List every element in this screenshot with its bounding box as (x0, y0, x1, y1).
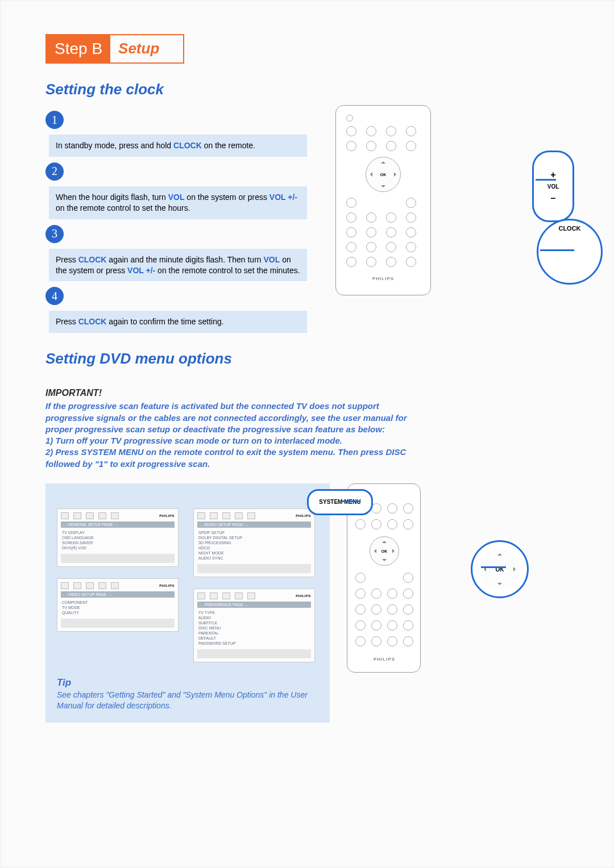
remote-diagram-top: OK (335, 105, 551, 333)
step-3-text: Press CLOCK again and the minute digits … (49, 249, 307, 282)
step-sub: Setup (110, 35, 167, 62)
remote-button (371, 589, 381, 599)
remote-button (387, 589, 397, 599)
remote-button (403, 519, 413, 529)
callout-vol: + VOL – (532, 151, 574, 222)
callout-ok: OK (471, 540, 529, 598)
menu-video: PHILIPS - - VIDEO SETUP PAGE - - COMPONE… (57, 578, 179, 632)
arrow-right-icon (394, 172, 399, 177)
callout-line (536, 179, 556, 181)
dpad: OK (480, 549, 520, 589)
important-block: IMPORTANT! If the progressive scan featu… (45, 388, 409, 470)
menus-container: PHILIPS - - GENERAL SETUP PAGE - - TV DI… (45, 483, 330, 723)
menu-preference: PHILIPS - - PREFERENCE PAGE - - TV TYPE … (193, 589, 315, 662)
remote-button (386, 242, 396, 252)
menu-audio: PHILIPS - - AUDIO SETUP PAGE - - SPDIF S… (193, 508, 315, 577)
step-label: Step B (47, 35, 110, 62)
clock-label: CLOCK (558, 225, 580, 232)
tab-icon (222, 512, 230, 519)
tab-icon (197, 512, 205, 519)
tab-icon (111, 582, 119, 589)
remote-button (406, 212, 416, 223)
tab-icon (86, 512, 94, 519)
step-3: 3 (45, 225, 318, 243)
step-4: 4 (45, 287, 318, 305)
remote-button (346, 198, 356, 208)
remote-button (366, 212, 376, 223)
tab-icon (73, 512, 81, 519)
callout-line (341, 500, 360, 502)
vol-minus: – (551, 190, 556, 207)
arrow-up-icon (382, 539, 387, 543)
remote-button (346, 212, 356, 223)
remote-button (346, 257, 356, 267)
tip-title: Tip (57, 677, 318, 688)
dpad: OK (370, 536, 399, 566)
tab-icon (210, 592, 218, 599)
remote-button (406, 126, 416, 136)
remote-button (406, 227, 416, 237)
remote-button (366, 126, 376, 136)
step-2: 2 (45, 162, 318, 181)
tab-icon (235, 512, 243, 519)
step-number: 3 (45, 225, 64, 243)
brand-label: PHILIPS (346, 276, 420, 281)
vol-label: VOL (547, 183, 559, 190)
remote-button (403, 503, 413, 514)
callout-line (481, 566, 506, 568)
remote-diagram-bottom: OK (347, 483, 495, 673)
ok-label: OK (381, 549, 388, 553)
remote-button (366, 227, 376, 237)
callout-line (540, 249, 574, 251)
tab-icon (210, 512, 218, 519)
remote-button (371, 604, 381, 615)
remote-button (406, 242, 416, 252)
tab-icon (61, 582, 69, 589)
remote-button (371, 620, 381, 631)
remote-button (346, 227, 356, 237)
tab-icon (98, 582, 106, 589)
lower-layout: PHILIPS - - GENERAL SETUP PAGE - - TV DI… (45, 483, 569, 723)
remote-button (366, 242, 376, 252)
remote-button (346, 115, 353, 122)
remote-button (346, 141, 356, 151)
step-4-text: Press CLOCK again to confirm the time se… (49, 311, 307, 333)
arrow-down-icon (497, 583, 502, 587)
ok-label: OK (380, 173, 387, 177)
remote-button (355, 636, 366, 646)
remote-button (346, 242, 356, 252)
step-2-text: When the hour digits flash, turn VOL on … (49, 186, 307, 219)
clock-layout: 1 In standby mode, press and hold CLOCK … (45, 105, 569, 333)
dpad: OK (366, 157, 401, 192)
step-number: 2 (45, 162, 64, 181)
tab-icon (111, 512, 119, 519)
tab-icon (235, 592, 243, 599)
tab-icon (73, 582, 81, 589)
remote-button (403, 589, 413, 599)
remote-button (371, 636, 381, 646)
step-number: 4 (45, 287, 64, 305)
arrow-right-icon (392, 549, 397, 553)
remote-control: OK (335, 105, 431, 295)
remote-button (403, 636, 413, 646)
menu-general: PHILIPS - - GENERAL SETUP PAGE - - TV DI… (57, 508, 179, 567)
manual-page: Step B Setup Setting the clock 1 In stan… (0, 0, 614, 868)
tab-icon (247, 512, 255, 519)
remote-button (387, 604, 397, 615)
brand-label: PHILIPS (355, 657, 413, 662)
remote-button (355, 589, 366, 599)
remote-button (355, 604, 366, 615)
remote-button (371, 519, 381, 529)
remote-button (387, 636, 397, 646)
vol-plus: + (550, 166, 555, 183)
section-title-clock: Setting the clock (45, 81, 569, 98)
tab-icon (86, 582, 94, 589)
remote-button (355, 573, 366, 583)
remote-button (403, 573, 413, 583)
tab-icon (61, 512, 69, 519)
step-1-text: In standby mode, press and hold CLOCK on… (49, 135, 307, 157)
remote-button (387, 519, 397, 529)
arrow-down-icon (382, 559, 387, 564)
step-1: 1 (45, 111, 318, 129)
remote-button (366, 257, 376, 267)
